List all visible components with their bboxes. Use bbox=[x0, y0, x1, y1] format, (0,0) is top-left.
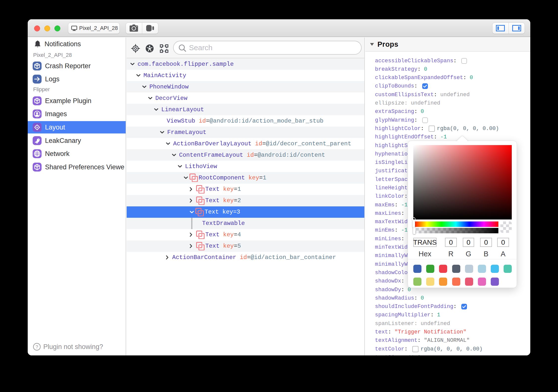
svg-text:?: ? bbox=[36, 344, 38, 349]
